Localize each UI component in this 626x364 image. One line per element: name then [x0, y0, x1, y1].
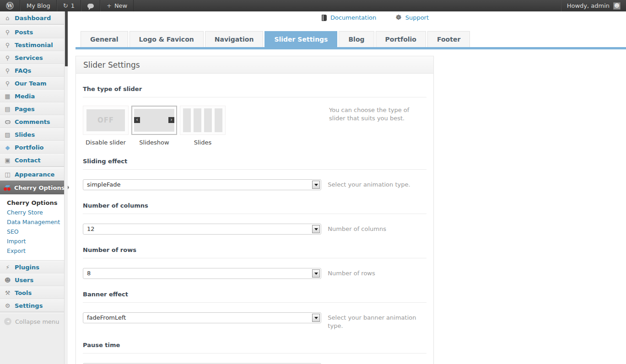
dropdown-arrow-icon[interactable]: [312, 269, 320, 278]
sidebar-item-portfolio[interactable]: ◆ Portfolio: [0, 141, 64, 154]
sidebar-item-label: Posts: [15, 29, 33, 36]
field-row: 8 Number of rows: [83, 268, 426, 279]
slides-preview: [180, 106, 226, 135]
update-count: 1: [71, 2, 75, 9]
scrollbar-track[interactable]: [64, 11, 68, 364]
sidebar-item-tools[interactable]: ⚒ Tools: [0, 286, 64, 299]
submenu-item-seo[interactable]: SEO: [0, 227, 64, 236]
documentation-label: Documentation: [330, 14, 376, 21]
sidebar-item-plugins[interactable]: ⚡ Plugins: [0, 261, 64, 273]
select-value: 12: [83, 224, 321, 234]
sidebar-item-slides[interactable]: ▨ Slides: [0, 128, 64, 141]
updates-icon: ↻: [63, 2, 68, 9]
number-of-rows-select[interactable]: 8: [83, 268, 321, 279]
site-name-link[interactable]: My Blog: [20, 0, 57, 11]
new-label: New: [114, 2, 127, 9]
sidebar-item-label: FAQs: [15, 67, 31, 74]
support-label: Support: [405, 14, 429, 21]
wordpress-menu[interactable]: W: [0, 0, 20, 11]
sidebar-item-label: Tools: [15, 289, 32, 296]
new-content-menu[interactable]: + New: [100, 0, 134, 11]
sidebar-item-label: Pages: [15, 106, 35, 112]
submenu-item-export[interactable]: Export: [0, 246, 64, 256]
submenu-item-import[interactable]: Import: [0, 236, 64, 246]
divider: [83, 353, 426, 353]
pushpin-icon: ⚲: [4, 54, 11, 61]
settings-icon: ⚙: [4, 302, 11, 309]
scrollbar-thumb[interactable]: [65, 11, 68, 66]
banner-effect-select[interactable]: fadeFromLeft: [83, 312, 321, 323]
sidebar-item-cherry-options[interactable]: Cherry Options: [0, 181, 64, 194]
slider-type-slideshow[interactable]: ‹ › Slideshow: [131, 106, 177, 146]
sidebar-item-posts[interactable]: ⚲ Posts: [0, 26, 64, 38]
sidebar-item-users[interactable]: ☻ Users: [0, 273, 64, 286]
tab-logo-favicon[interactable]: Logo & Favicon: [130, 31, 204, 47]
appearance-icon: ◫: [4, 171, 11, 178]
divider: [83, 97, 426, 97]
sidebar-item-appearance[interactable]: ◫ Appearance: [0, 168, 64, 181]
sidebar-item-media[interactable]: ▦ Media: [0, 90, 64, 102]
documentation-link[interactable]: Documentation: [322, 14, 376, 21]
sidebar-item-faqs[interactable]: ⚲ FAQs: [0, 64, 64, 77]
dropdown-arrow-icon[interactable]: [312, 225, 320, 233]
avatar: ☻: [613, 2, 621, 10]
sidebar-item-settings[interactable]: ⚙ Settings: [0, 299, 64, 312]
field-title-number-of-rows: Number of rows: [83, 246, 426, 253]
sidebar-item-label: Contact: [15, 157, 41, 164]
sidebar-item-contact[interactable]: ▣ Contact: [0, 154, 64, 166]
sidebar-item-label: Users: [15, 277, 33, 284]
tab-portfolio[interactable]: Portfolio: [376, 31, 426, 47]
submenu-item-data-management[interactable]: Data Management: [0, 217, 64, 227]
sidebar-item-label: Dashboard: [15, 15, 51, 21]
submenu-item-cherry-store[interactable]: Cherry Store: [0, 208, 64, 217]
sidebar-item-pages[interactable]: ▤ Pages: [0, 102, 64, 115]
image-icon: ▨: [4, 131, 11, 138]
select-value: simpleFade: [83, 180, 321, 190]
form-icon: ▣: [4, 157, 11, 164]
cherry-icon: [4, 185, 11, 191]
account-menu[interactable]: Howdy, admin ☻: [561, 0, 626, 11]
sidebar-item-label: Services: [15, 54, 43, 61]
field-description: Number of columns: [328, 224, 426, 233]
submenu-item-cherry-options[interactable]: Cherry Options: [0, 198, 64, 208]
updates-link[interactable]: ↻ 1: [57, 0, 81, 11]
slider-type-label: Slideshow: [131, 139, 177, 146]
tab-footer[interactable]: Footer: [427, 31, 470, 47]
wordpress-logo-icon: W: [6, 2, 14, 10]
slider-type-disable[interactable]: OFF Disable slider: [83, 106, 129, 146]
sidebar-item-our-team[interactable]: ⚲ Our Team: [0, 77, 64, 90]
divider: [83, 214, 426, 214]
settings-tabs: General Logo & Favicon Navigation Slider…: [81, 31, 470, 47]
off-label: OFF: [97, 116, 114, 124]
field-row: fadeFromLeft Select your banner animatio…: [83, 312, 426, 330]
tab-slider-settings[interactable]: Slider Settings: [264, 31, 337, 47]
tab-general[interactable]: General: [81, 31, 128, 47]
number-of-columns-select[interactable]: 12: [83, 224, 321, 235]
slider-settings-panel: Slider Settings The type of slider OFF D…: [76, 56, 434, 364]
pushpin-icon: ⚲: [4, 29, 11, 36]
home-icon: ⌂: [4, 15, 11, 21]
next-arrow-icon: ›: [168, 117, 174, 123]
sidebar-item-testimonial[interactable]: ⚲ Testimonial: [0, 38, 64, 51]
tab-navigation[interactable]: Navigation: [205, 31, 264, 47]
tab-blog[interactable]: Blog: [339, 31, 374, 47]
comments-link[interactable]: [81, 0, 100, 11]
sidebar-item-comments[interactable]: Comments: [0, 115, 64, 128]
field-title-number-of-columns: Number of columns: [83, 202, 426, 209]
slider-type-label: Slides: [180, 139, 226, 146]
field-title-pause-time: Pause time: [83, 342, 426, 348]
sidebar-item-label: Plugins: [15, 264, 39, 271]
book-icon: [322, 15, 327, 21]
slider-type-slides[interactable]: Slides: [180, 106, 226, 146]
divider: [83, 302, 426, 303]
dropdown-arrow-icon[interactable]: [312, 314, 320, 322]
support-link[interactable]: ☸ Support: [395, 14, 429, 21]
dropdown-arrow-icon[interactable]: [312, 181, 320, 189]
users-icon: ☻: [4, 277, 11, 284]
divider: [83, 169, 426, 170]
sidebar-item-services[interactable]: ⚲ Services: [0, 51, 64, 64]
sidebar-item-dashboard[interactable]: ⌂ Dashboard: [0, 11, 64, 24]
sliding-effect-select[interactable]: simpleFade: [83, 179, 321, 190]
tools-icon: ⚒: [4, 289, 11, 296]
collapse-menu-button[interactable]: ◄ Collapse menu: [0, 313, 64, 325]
